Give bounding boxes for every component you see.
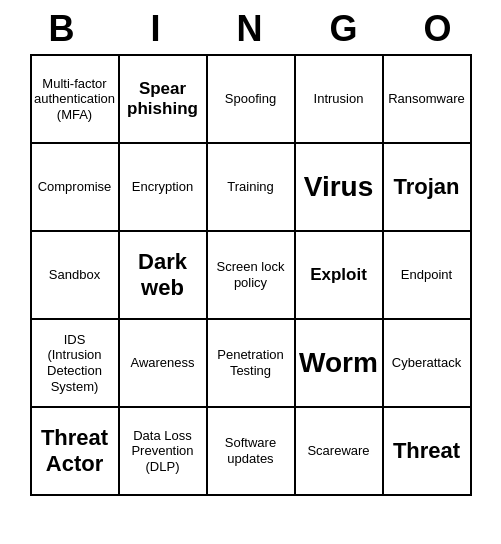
cell-text-r4-c3: Scareware [307,443,369,459]
letter-o: O [395,8,483,50]
cell-text-r2-c1: Dark web [124,249,202,302]
cell-text-r1-c2: Training [227,179,273,195]
cell-r1-c1: Encryption [120,144,208,232]
cell-r2-c0: Sandbox [32,232,120,320]
cell-r4-c2: Software updates [208,408,296,496]
cell-text-r1-c3: Virus [304,170,374,204]
cell-r0-c4: Ransomware [384,56,472,144]
cell-text-r0-c0: Multi-factor authentication (MFA) [34,76,115,123]
cell-r1-c3: Virus [296,144,384,232]
cell-r1-c4: Trojan [384,144,472,232]
cell-text-r3-c3: Worm [299,346,378,380]
bingo-title: B I N G O [16,0,486,54]
cell-text-r3-c4: Cyberattack [392,355,461,371]
cell-r0-c2: Spoofing [208,56,296,144]
cell-text-r4-c2: Software updates [212,435,290,466]
cell-text-r2-c3: Exploit [310,265,367,285]
cell-text-r4-c4: Threat [393,438,460,464]
cell-text-r2-c2: Screen lock policy [212,259,290,290]
cell-r1-c0: Compromise [32,144,120,232]
cell-r3-c1: Awareness [120,320,208,408]
cell-r0-c3: Intrusion [296,56,384,144]
cell-r3-c4: Cyberattack [384,320,472,408]
letter-i: I [113,8,201,50]
cell-text-r2-c4: Endpoint [401,267,452,283]
cell-r2-c2: Screen lock policy [208,232,296,320]
cell-text-r0-c1: Spear phishing [124,79,202,120]
cell-text-r2-c0: Sandbox [49,267,100,283]
cell-r1-c2: Training [208,144,296,232]
cell-r4-c3: Scareware [296,408,384,496]
cell-r4-c4: Threat [384,408,472,496]
cell-r4-c1: Data Loss Prevention (DLP) [120,408,208,496]
cell-r2-c4: Endpoint [384,232,472,320]
bingo-grid: Multi-factor authentication (MFA)Spear p… [30,54,472,496]
cell-text-r0-c2: Spoofing [225,91,276,107]
cell-text-r3-c1: Awareness [130,355,194,371]
letter-n: N [207,8,295,50]
cell-text-r0-c4: Ransomware [388,91,465,107]
cell-text-r3-c2: Penetration Testing [212,347,290,378]
cell-r3-c0: IDS (Intrusion Detection System) [32,320,120,408]
cell-r2-c1: Dark web [120,232,208,320]
cell-r0-c1: Spear phishing [120,56,208,144]
cell-r3-c3: Worm [296,320,384,408]
cell-text-r1-c1: Encryption [132,179,193,195]
cell-r2-c3: Exploit [296,232,384,320]
cell-r0-c0: Multi-factor authentication (MFA) [32,56,120,144]
cell-text-r1-c0: Compromise [38,179,112,195]
cell-text-r4-c1: Data Loss Prevention (DLP) [124,428,202,475]
cell-text-r3-c0: IDS (Intrusion Detection System) [36,332,114,394]
cell-text-r4-c0: Threat Actor [36,425,114,478]
cell-r3-c2: Penetration Testing [208,320,296,408]
cell-text-r1-c4: Trojan [393,174,459,200]
cell-r4-c0: Threat Actor [32,408,120,496]
letter-b: B [19,8,107,50]
letter-g: G [301,8,389,50]
cell-text-r0-c3: Intrusion [314,91,364,107]
